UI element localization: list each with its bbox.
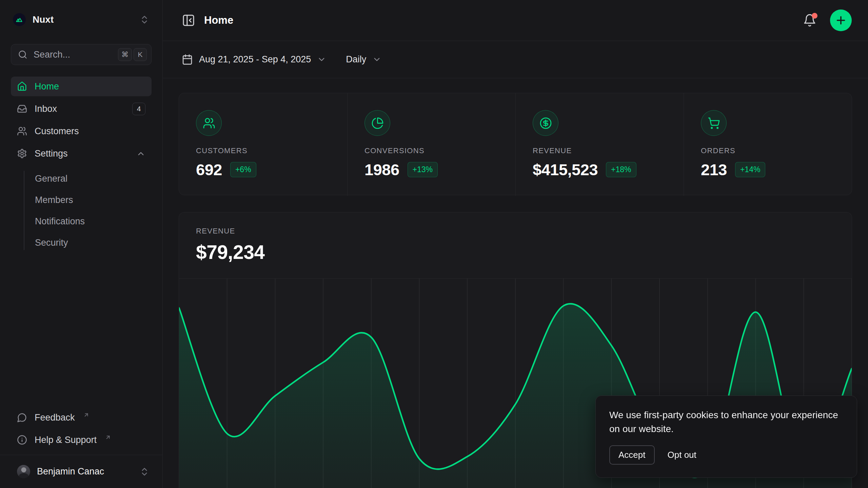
users-icon bbox=[17, 126, 27, 136]
notification-dot bbox=[812, 13, 817, 19]
search-shortcut: ⌘ K bbox=[118, 48, 147, 61]
footer-item-label: Help & Support bbox=[35, 435, 97, 445]
stat-delta-badge: +6% bbox=[230, 162, 256, 177]
search-placeholder: Search... bbox=[34, 49, 112, 60]
avatar bbox=[17, 465, 30, 478]
sidebar-item-label: Home bbox=[35, 81, 59, 92]
stat-label: CUSTOMERS bbox=[196, 146, 248, 155]
feedback-link[interactable]: Feedback bbox=[11, 408, 152, 427]
stat-value: 213 bbox=[701, 160, 727, 179]
kbd-k: K bbox=[134, 48, 147, 61]
sidebar-item-label: Customers bbox=[35, 126, 79, 137]
stat-label: ORDERS bbox=[701, 146, 735, 155]
footer-item-label: Feedback bbox=[35, 412, 75, 423]
cookie-consent-toast: We use first-party cookies to enhance yo… bbox=[595, 395, 857, 478]
sidebar-item-label: Inbox bbox=[35, 104, 57, 114]
sidebar-item-label: Settings bbox=[35, 148, 68, 159]
workspace-name: Nuxt bbox=[33, 14, 133, 25]
settings-subnav: General Members Notifications Security bbox=[24, 168, 152, 253]
workspace-switcher[interactable]: Nuxt bbox=[11, 10, 152, 29]
gear-icon bbox=[17, 148, 27, 159]
external-link-icon bbox=[83, 412, 90, 418]
sidebar-spacer bbox=[11, 253, 152, 408]
inbox-count-badge: 4 bbox=[132, 103, 145, 115]
chevrons-up-down-icon bbox=[139, 15, 150, 25]
stat-value: 692 bbox=[196, 160, 222, 179]
pie-chart-icon bbox=[364, 110, 390, 136]
granularity-select[interactable]: Daily bbox=[346, 54, 381, 65]
inbox-icon bbox=[17, 104, 27, 114]
collapse-sidebar-button[interactable] bbox=[182, 14, 195, 27]
stat-value: 1986 bbox=[364, 160, 399, 179]
stat-label: REVENUE bbox=[533, 146, 572, 155]
sidebar-footer-nav: Feedback Help & Support bbox=[11, 408, 152, 455]
add-button[interactable] bbox=[830, 9, 852, 31]
cookie-actions: Accept Opt out bbox=[609, 445, 843, 465]
revenue-chart-header: REVENUE $79,234 bbox=[179, 212, 852, 263]
sidebar-nav: Home Inbox 4 Customers Settings General … bbox=[11, 77, 152, 253]
chevrons-up-down-icon bbox=[139, 467, 150, 477]
shopping-cart-icon bbox=[701, 110, 727, 136]
sidebar-item-home[interactable]: Home bbox=[11, 77, 152, 96]
user-name: Benjamin Canac bbox=[37, 466, 133, 477]
page-title: Home bbox=[204, 14, 233, 26]
revenue-label: REVENUE bbox=[196, 227, 835, 236]
users-icon bbox=[196, 110, 222, 136]
help-support-link[interactable]: Help & Support bbox=[11, 430, 152, 449]
accept-cookies-button[interactable]: Accept bbox=[609, 445, 655, 465]
calendar-icon bbox=[182, 54, 193, 65]
stat-conversions[interactable]: CONVERSIONS 1986 +13% bbox=[347, 93, 515, 196]
info-circle-icon bbox=[17, 435, 27, 445]
topbar: Home bbox=[163, 0, 868, 41]
message-bubble-icon bbox=[17, 412, 27, 423]
sidebar-item-notifications[interactable]: Notifications bbox=[35, 211, 152, 232]
date-range-value: Aug 21, 2025 - Sep 4, 2025 bbox=[199, 54, 311, 65]
stat-label: CONVERSIONS bbox=[364, 146, 425, 155]
chevron-down-icon bbox=[317, 55, 326, 64]
house-icon bbox=[17, 81, 27, 92]
sidebar-item-security[interactable]: Security bbox=[35, 232, 152, 253]
optout-cookies-button[interactable]: Opt out bbox=[668, 450, 696, 460]
user-menu[interactable]: Benjamin Canac bbox=[0, 455, 162, 488]
cookie-message: We use first-party cookies to enhance yo… bbox=[609, 408, 843, 436]
filterbar: Aug 21, 2025 - Sep 4, 2025 Daily bbox=[163, 41, 868, 78]
stat-value: $415,523 bbox=[533, 160, 598, 179]
sidebar-item-members[interactable]: Members bbox=[35, 189, 152, 211]
external-link-icon bbox=[105, 434, 111, 441]
search-input[interactable]: Search... ⌘ K bbox=[11, 44, 152, 65]
stat-customers[interactable]: CUSTOMERS 692 +6% bbox=[179, 93, 347, 196]
date-range-picker[interactable]: Aug 21, 2025 - Sep 4, 2025 bbox=[182, 54, 326, 65]
stat-delta-badge: +14% bbox=[735, 162, 765, 177]
circle-dollar-icon bbox=[533, 110, 558, 136]
chevron-down-icon bbox=[372, 55, 381, 64]
revenue-total: $79,234 bbox=[196, 241, 835, 263]
panel-left-close-icon bbox=[182, 14, 195, 27]
stat-revenue[interactable]: REVENUE $415,523 +18% bbox=[515, 93, 684, 196]
search-icon bbox=[18, 50, 27, 59]
main-area: Home Aug 21, 2025 - Sep 4, 2025 Daily bbox=[163, 0, 868, 488]
notifications-button[interactable] bbox=[803, 14, 816, 27]
stats-card: CUSTOMERS 692 +6% CONVERSIONS 1986 +13% bbox=[179, 93, 852, 195]
stat-orders[interactable]: ORDERS 213 +14% bbox=[684, 93, 852, 196]
sidebar-item-inbox[interactable]: Inbox 4 bbox=[11, 99, 152, 119]
sidebar: Nuxt Search... ⌘ K Home Inbox 4 Customer… bbox=[0, 0, 163, 488]
sidebar-item-general[interactable]: General bbox=[35, 168, 152, 189]
plus-icon bbox=[835, 14, 847, 26]
granularity-value: Daily bbox=[346, 54, 366, 65]
stat-delta-badge: +13% bbox=[408, 162, 438, 177]
nuxt-logo-icon bbox=[13, 13, 26, 26]
chevron-up-icon bbox=[136, 149, 145, 158]
sidebar-item-settings[interactable]: Settings bbox=[11, 144, 152, 163]
sidebar-item-customers[interactable]: Customers bbox=[11, 121, 152, 141]
kbd-cmd: ⌘ bbox=[118, 48, 132, 61]
stat-delta-badge: +18% bbox=[606, 162, 636, 177]
